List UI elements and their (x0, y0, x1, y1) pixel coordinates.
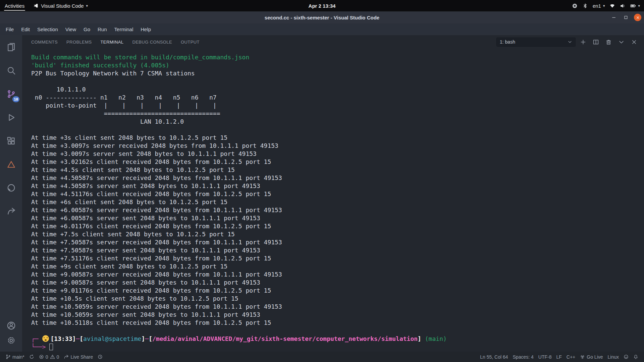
terminal-output[interactable]: Build commands will be stored in build/c… (22, 49, 644, 352)
branch-indicator[interactable]: main* (3, 352, 27, 362)
terminal-line: ┌─ [13:33]─[avinal@spacetime]─[/media/av… (31, 335, 641, 343)
source-control-icon[interactable]: 18 (0, 82, 22, 106)
terminal-line (31, 327, 641, 335)
terminal-line: └──> (31, 343, 641, 351)
scm-badge: 18 (12, 96, 19, 102)
menu-item-go[interactable]: Go (80, 25, 94, 34)
terminal-line: At time +7.50587s server sent 2048 bytes… (31, 246, 641, 254)
bell-icon (633, 354, 638, 359)
split-terminal-button[interactable] (590, 37, 601, 47)
feedback-button[interactable] (621, 354, 631, 359)
run-debug-icon[interactable] (0, 106, 22, 129)
feedback-smiley-icon (624, 354, 629, 359)
branch-icon (6, 354, 11, 359)
panel-tab-problems[interactable]: PROBLEMS (66, 38, 92, 46)
panel-tab-debug-console[interactable]: DEBUG CONSOLE (132, 38, 172, 46)
cmake-triangle-icon[interactable] (0, 153, 22, 176)
go-live-label: Go Live (587, 354, 603, 360)
terminal-line: ================================ (31, 110, 641, 118)
terminal-line: At time +10.5118s client received 2048 b… (31, 319, 641, 327)
activity-bar: 18 (0, 35, 22, 352)
terminal-line: At time +3.02162s client received 2048 b… (31, 158, 641, 166)
menu-item-help[interactable]: Help (137, 25, 155, 34)
panel-tab-comments[interactable]: COMMENTS (31, 38, 58, 46)
warning-icon (50, 354, 55, 359)
terminal-line: At time +10.5s client sent 2048 bytes to… (31, 295, 641, 303)
terminal-line: At time +3s client sent 2048 bytes to 10… (31, 134, 641, 142)
terminal-line: At time +10.5059s server received 2048 b… (31, 303, 641, 311)
account-icon[interactable] (0, 318, 22, 333)
warning-count: 0 (57, 354, 59, 360)
terminal-line: n0 -------------- n1 n2 n3 n4 n5 n6 n7 (31, 94, 641, 102)
menu-item-edit[interactable]: Edit (17, 25, 34, 34)
settings-gear-icon[interactable] (0, 333, 22, 348)
language-mode[interactable]: C++ (564, 354, 578, 360)
bluetooth-icon[interactable] (582, 3, 588, 9)
terminal-line: At time +9s client sent 2048 bytes to 10… (31, 262, 641, 270)
volume-icon[interactable] (620, 3, 626, 9)
kill-terminal-button[interactable] (603, 37, 614, 47)
menu-item-view[interactable]: View (62, 25, 80, 34)
terminal-line (31, 126, 641, 134)
menu-item-run[interactable]: Run (94, 25, 111, 34)
restore-button[interactable] (622, 13, 630, 21)
terminal-line: 'build' finished successfully (4.005s) (31, 61, 641, 69)
terminal-line: At time +3.0097s server received 2048 by… (31, 142, 641, 150)
terminal-line: At time +10.5059s server sent 2048 bytes… (31, 311, 641, 319)
live-share-status[interactable]: Live Share (61, 352, 95, 362)
terminal-line: At time +6.00587s server sent 2048 bytes… (31, 214, 641, 222)
menu-item-selection[interactable]: Selection (34, 25, 62, 34)
terminal-line: At time +4.50587s server sent 2048 bytes… (31, 182, 641, 190)
terminal-line: At time +6.01176s client received 2048 b… (31, 222, 641, 230)
new-terminal-button[interactable] (578, 37, 588, 47)
error-count: 0 (46, 354, 48, 360)
panel-tab-output[interactable]: OUTPUT (181, 38, 200, 46)
terminal-line: LAN 10.1.2.0 (31, 118, 641, 126)
sync-button[interactable] (27, 352, 37, 362)
terminal-line: At time +7.5s client sent 2048 bytes to … (31, 230, 641, 238)
live-share-icon[interactable] (0, 199, 22, 223)
terminal-line: At time +7.50587s server received 2048 b… (31, 238, 641, 246)
terminal-line: At time +9.00587s server sent 2048 bytes… (31, 279, 641, 287)
record-indicator-icon[interactable] (572, 3, 578, 9)
activities-button[interactable]: Activities (0, 0, 29, 11)
menu-item-file[interactable]: File (2, 25, 17, 34)
menu-item-terminal[interactable]: Terminal (111, 25, 137, 34)
close-button[interactable] (634, 14, 641, 21)
os-indicator[interactable]: Linux (605, 354, 621, 360)
extensions-icon[interactable] (0, 129, 22, 153)
battery-indicator[interactable]: ▾ (630, 3, 640, 9)
github-icon[interactable] (0, 176, 22, 199)
minimize-button[interactable] (610, 13, 618, 21)
history-icon (98, 354, 103, 359)
timeline-button[interactable] (95, 352, 105, 362)
close-panel-button[interactable] (629, 37, 639, 47)
encoding-indicator[interactable]: UTF-8 (536, 354, 554, 360)
caret-down-icon: ▾ (638, 4, 640, 8)
terminal-shell-select[interactable]: 1: bash (496, 38, 576, 47)
terminal-line: point-to-point | | | | | | | (31, 102, 641, 110)
vscode-icon (33, 3, 39, 8)
explorer-icon[interactable] (0, 35, 22, 59)
panel-tab-terminal[interactable]: TERMINAL (100, 38, 123, 46)
live-share-label: Live Share (70, 354, 93, 360)
clock[interactable]: Apr 2 13:34 (309, 0, 336, 11)
window-title: second.cc - sixth-semester - Visual Stud… (265, 15, 379, 20)
problems-indicator[interactable]: 0 0 (37, 352, 62, 362)
eol-indicator[interactable]: LF (554, 354, 564, 360)
cursor-position[interactable]: Ln 55, Col 64 (478, 354, 510, 360)
indentation-indicator[interactable]: Spaces: 4 (511, 354, 536, 360)
terminal-line: At time +9.01176s client received 2048 b… (31, 287, 641, 295)
notifications-button[interactable] (631, 354, 641, 359)
broadcast-icon (580, 354, 585, 359)
input-source-indicator[interactable]: en1 ▾ (593, 3, 605, 9)
go-live-button[interactable]: Go Live (578, 354, 605, 360)
panel-chevron-button[interactable] (616, 37, 627, 47)
network-icon[interactable] (609, 3, 615, 9)
branch-label: main* (12, 354, 24, 360)
search-icon[interactable] (0, 59, 22, 82)
caret-down-icon: ▾ (86, 4, 88, 8)
app-menu-button[interactable]: Visual Studio Code ▾ (29, 0, 92, 11)
terminal-line: At time +9.00587s server received 2048 b… (31, 270, 641, 279)
bottom-panel: COMMENTS PROBLEMS TERMINAL DEBUG CONSOLE… (22, 35, 644, 352)
